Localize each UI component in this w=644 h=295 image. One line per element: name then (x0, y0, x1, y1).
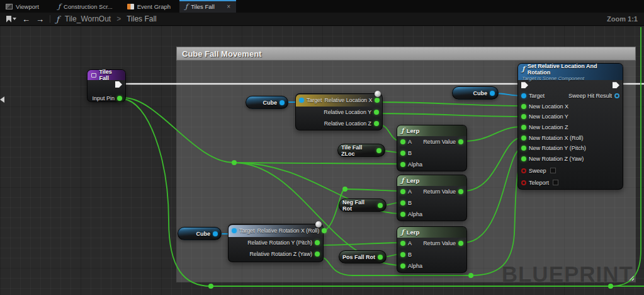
lerp-b-pin[interactable] (400, 151, 405, 156)
lerp-a-pin[interactable] (400, 139, 405, 144)
lerp-b-pin[interactable] (400, 200, 405, 205)
pin-label: New Rotation X (Roll) (529, 135, 584, 141)
pin-label: New Location Z (529, 124, 568, 130)
breadcrumb-separator: > (116, 14, 121, 23)
forward-button[interactable]: → (36, 15, 44, 23)
node-get-relative-rotation[interactable]: Target Relative Rotation X (Roll) Relati… (228, 224, 324, 262)
relative-rotation-x-pin[interactable] (322, 228, 327, 233)
node-header: Tiles Fall (88, 70, 125, 80)
lerp-alpha-pin[interactable] (400, 162, 405, 167)
pin-row: Target Relative Rotation X (Roll) (229, 225, 323, 237)
return-value-pin[interactable] (458, 241, 463, 246)
cube-output-pin[interactable] (490, 91, 495, 96)
sweep-hit-result-pin[interactable] (614, 93, 619, 98)
reroute-node[interactable] (232, 160, 237, 165)
return-value-pin[interactable] (458, 189, 463, 194)
node-set-relative-location-and-rotation[interactable]: ƒ Set Relative Location And Rotation Tar… (517, 63, 623, 190)
reroute-node[interactable] (342, 187, 347, 192)
breadcrumb-bar: ← → ƒ Tile_WornOut > Tiles Fall Zoom 1:1 (0, 13, 644, 26)
tab-tiles-fall[interactable]: ƒ Tiles Fall × (179, 0, 236, 13)
close-icon[interactable]: × (220, 3, 230, 10)
lerp-alpha-pin[interactable] (400, 212, 405, 217)
target-input-pin[interactable] (521, 93, 526, 98)
node-pos-fall-rot[interactable]: Pos Fall Rot (339, 250, 387, 263)
graph-canvas[interactable]: Cube Fall Movement BLUEPRINT (0, 26, 644, 295)
function-icon: ƒ (401, 127, 404, 134)
float-output-pin[interactable] (376, 148, 381, 153)
new-rotation-x-pin[interactable] (521, 136, 526, 141)
pin-row: Alpha (397, 159, 466, 170)
pin-row: Relative Location Y (296, 107, 382, 119)
relative-rotation-y-pin[interactable] (315, 240, 320, 245)
bookmarks-dropdown[interactable] (6, 16, 16, 23)
node-lerp-1[interactable]: ƒ Lerp A Return Value B Alpha (397, 125, 467, 171)
node-lerp-2[interactable]: ƒ Lerp A Return Value B Alpha (397, 175, 467, 221)
tab-label: Tiles Fall (191, 3, 215, 10)
input-pin-output[interactable] (117, 96, 122, 101)
pill-label: Cube (196, 231, 211, 237)
wire-relloc-x (379, 102, 523, 106)
node-cube-get-1[interactable]: Cube (246, 96, 288, 109)
target-input-pin[interactable] (232, 228, 237, 233)
float-output-pin[interactable] (378, 203, 383, 208)
pin-label: New Rotation Y (Pitch) (529, 145, 586, 151)
exec-input-pin[interactable] (521, 82, 528, 88)
pill-label: Cube (473, 90, 488, 96)
lerp-alpha-pin[interactable] (400, 263, 405, 269)
breadcrumb-root[interactable]: Tile_WornOut (65, 14, 111, 23)
pin-row: B (397, 249, 466, 260)
pin-label: Alpha (408, 161, 422, 168)
node-tile-fall-zloc[interactable]: Tile Fall ZLoc (337, 144, 385, 157)
pin-row: New Location Y (518, 112, 623, 122)
pin-label: B (408, 200, 412, 206)
node-cube-get-3[interactable]: Cube (452, 86, 499, 100)
pin-row: New Rotation Z (Yaw) (518, 154, 623, 165)
reroute-node[interactable] (608, 284, 613, 289)
pin-label: New Location Y (529, 113, 568, 120)
new-location-x-pin[interactable] (521, 104, 526, 109)
exec-output-pin[interactable] (115, 81, 122, 88)
new-rotation-z-pin[interactable] (521, 156, 526, 161)
function-icon: ƒ (522, 66, 525, 72)
sweep-pin[interactable] (521, 168, 526, 173)
tab-construction-script[interactable]: ƒ Construction Scr... (52, 0, 118, 13)
node-title: Tiles Fall (99, 69, 121, 81)
cube-output-pin[interactable] (280, 100, 285, 105)
reroute-node[interactable] (468, 273, 473, 278)
new-rotation-y-pin[interactable] (521, 146, 526, 151)
node-tiles-fall[interactable]: Tiles Fall Input Pin (87, 69, 126, 102)
teleport-checkbox[interactable] (553, 180, 558, 185)
exec-output-pin[interactable] (613, 82, 619, 88)
sphere-badge-icon (315, 221, 322, 228)
return-value-pin[interactable] (458, 139, 463, 144)
tab-event-graph[interactable]: Event Graph (121, 0, 176, 13)
relative-rotation-z-pin[interactable] (315, 252, 320, 257)
offscreen-node-fragment (0, 96, 4, 103)
new-location-y-pin[interactable] (521, 114, 526, 119)
teleport-pin[interactable] (521, 180, 526, 185)
tab-viewport[interactable]: Viewport (0, 0, 49, 13)
target-input-pin[interactable] (299, 98, 304, 103)
new-location-z-pin[interactable] (521, 125, 526, 130)
pin-row: Alpha (397, 260, 466, 272)
node-lerp-3[interactable]: ƒ Lerp A Return Value B Alpha (397, 226, 467, 273)
lerp-a-pin[interactable] (400, 189, 405, 194)
back-button[interactable]: ← (22, 15, 30, 23)
relative-location-y-pin[interactable] (374, 110, 379, 115)
pin-row: Input Pin (88, 94, 125, 103)
node-neg-fall-rot[interactable]: Neg Fall Rot (339, 199, 387, 212)
relative-location-z-pin[interactable] (374, 121, 379, 126)
node-cube-get-2[interactable]: Cube (178, 227, 222, 240)
sweep-checkbox[interactable] (550, 168, 556, 173)
breadcrumb-current[interactable]: Tiles Fall (127, 14, 157, 23)
float-output-pin[interactable] (378, 255, 383, 260)
reroute-node[interactable] (208, 284, 213, 289)
tab-label: Construction Scr... (64, 3, 113, 10)
relative-location-x-pin[interactable] (375, 98, 380, 103)
pin-row: A Return Value (397, 186, 466, 197)
node-title: Set Relative Location And Rotation (528, 63, 619, 76)
lerp-a-pin[interactable] (400, 241, 405, 246)
lerp-b-pin[interactable] (400, 252, 405, 257)
node-get-relative-location[interactable]: Target Relative Location X Relative Loca… (295, 93, 383, 130)
cube-output-pin[interactable] (213, 231, 218, 236)
